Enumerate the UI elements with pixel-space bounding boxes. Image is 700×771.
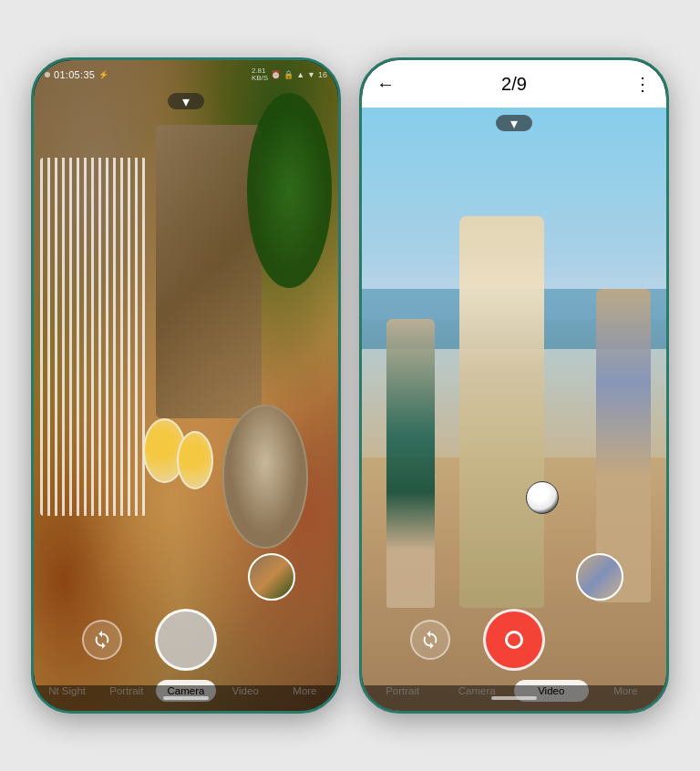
camera-controls-1: Nt Sight Portrait Camera Video More (34, 609, 338, 711)
status-bar-1: 01:05:35 ⚡ 2.81KB/S ⏰ 🔒 ▲ ▼ 16 (34, 60, 338, 86)
phone-1-frame: 01:05:35 ⚡ 2.81KB/S ⏰ 🔒 ▲ ▼ 16 (31, 57, 341, 714)
top-app-bar: ← 2/9 ⋮ (362, 60, 666, 108)
chevron-down-icon-1 (179, 97, 193, 106)
back-button[interactable]: ← (373, 70, 398, 98)
bowl-decor (222, 405, 308, 548)
phone-1: 01:05:35 ⚡ 2.81KB/S ⏰ 🔒 ▲ ▼ 16 (31, 57, 341, 714)
navigation-bar-2 (362, 685, 666, 711)
speed-text: 2.81KB/S (252, 67, 268, 82)
shutter-row-1 (34, 609, 338, 671)
vegetables-decor (247, 93, 333, 288)
overflow-menu-button[interactable]: ⋮ (630, 69, 655, 98)
lightning-icon: ⚡ (98, 70, 108, 79)
gallery-thumbnail-1[interactable] (248, 553, 295, 601)
phone-2-frame: 01:05:40 ⚡ 2.09KB/S ⏰ 🔒 ▲ ▼ 16 ← 2/9 ⋮ (359, 57, 669, 714)
status-right: 2.81KB/S ⏰ 🔒 ▲ ▼ 16 (252, 67, 327, 82)
signal-icon: ▲ (296, 70, 304, 79)
shutter-button-1[interactable] (155, 609, 217, 671)
shutter-row-2 (362, 609, 666, 671)
gallery-thumbnail-2[interactable] (576, 553, 623, 601)
chevron-down-icon-2 (507, 118, 521, 128)
person-left-silhouette (386, 319, 435, 609)
lock-icon: 🔒 (283, 70, 293, 79)
person-main-silhouette (459, 216, 545, 608)
gallery-page-title: 2/9 (501, 74, 527, 95)
status-time-1: 01:05:35 (54, 69, 95, 80)
navigation-bar-1 (34, 685, 338, 711)
dropdown-button-1[interactable] (168, 93, 204, 109)
nav-pill-1 (163, 696, 209, 700)
battery-icon: 16 (318, 70, 327, 79)
spacer-1 (250, 620, 290, 660)
phone-2: 01:05:40 ⚡ 2.09KB/S ⏰ 🔒 ▲ ▼ 16 ← 2/9 ⋮ (359, 57, 669, 714)
carrier-dot (45, 72, 50, 77)
flip-camera-button-1[interactable] (82, 620, 122, 660)
flip-camera-icon-2 (420, 630, 440, 650)
wifi-icon: ▼ (307, 70, 315, 79)
egg-decor-2 (177, 431, 213, 489)
flip-camera-button-2[interactable] (410, 620, 450, 660)
nav-pill-2 (491, 696, 537, 700)
phone-2-screen: 01:05:40 ⚡ 2.09KB/S ⏰ 🔒 ▲ ▼ 16 ← 2/9 ⋮ (362, 60, 666, 711)
dropdown-button-2[interactable] (496, 115, 532, 131)
camera-controls-2: Portrait Camera Video More (362, 609, 666, 711)
spacer-2 (578, 620, 618, 660)
record-button[interactable] (483, 609, 545, 671)
alarm-icon: ⏰ (271, 70, 281, 79)
flip-camera-icon (92, 630, 112, 650)
status-left: 01:05:35 ⚡ (45, 69, 108, 80)
phone-1-screen: 01:05:35 ⚡ 2.81KB/S ⏰ 🔒 ▲ ▼ 16 (34, 60, 338, 711)
